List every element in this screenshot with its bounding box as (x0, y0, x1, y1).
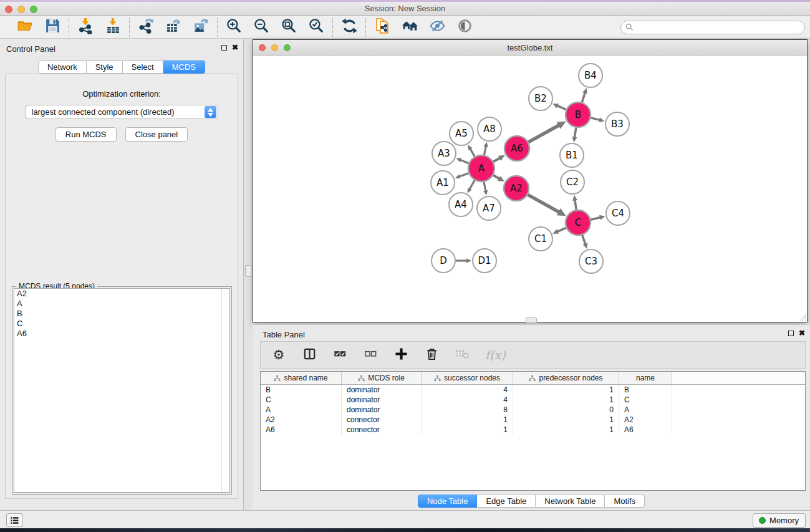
table-cell[interactable]: 1 (513, 415, 619, 425)
table-row[interactable]: A6connector11A6 (261, 425, 805, 435)
delete-column-button[interactable] (424, 346, 439, 364)
graph-edge-A-A1[interactable] (459, 173, 468, 177)
table-cell[interactable]: dominator (342, 395, 422, 405)
float-panel-icon[interactable] (221, 45, 227, 51)
table-cell[interactable]: 1 (422, 425, 513, 435)
tab-network-table[interactable]: Network Table (536, 495, 605, 508)
mcds-result-item[interactable]: A6 (14, 329, 229, 339)
graph-edge-A2-C[interactable] (528, 195, 559, 212)
table-cell[interactable]: C (619, 395, 672, 405)
mcds-result-item[interactable]: A (14, 299, 229, 309)
mcds-result-list[interactable]: A2ABCA6 (14, 288, 230, 493)
run-mcds-button[interactable]: Run MCDS (55, 127, 117, 142)
graph-edge-A-A7[interactable] (484, 182, 486, 191)
graph-edge-A-A5[interactable] (470, 148, 475, 157)
graph-edge-B-B1[interactable] (574, 128, 576, 138)
graph-edge-B-B3[interactable] (591, 118, 600, 120)
table-row[interactable]: A2connector11A2 (261, 415, 805, 425)
memory-button[interactable]: Memory (753, 513, 806, 528)
close-panel-icon[interactable]: ✖ (232, 44, 238, 51)
task-history-button[interactable] (6, 513, 23, 527)
table-cell[interactable]: dominator (342, 385, 422, 395)
column-header-MCDS-role[interactable]: MCDS role (342, 372, 422, 384)
vertical-splitter-handle[interactable] (245, 265, 251, 277)
graph-edge-C-C2[interactable] (575, 200, 576, 210)
select-all-button[interactable] (332, 346, 347, 364)
table-cell[interactable]: C (261, 395, 342, 405)
table-cell[interactable]: 1 (513, 385, 619, 395)
deselect-all-button[interactable] (363, 346, 378, 364)
result-list-scrollbar[interactable] (221, 289, 229, 492)
table-cell[interactable]: 0 (513, 405, 619, 415)
network-window-titlebar[interactable]: testGlobe.txt (253, 40, 807, 56)
tab-motifs[interactable]: Motifs (605, 495, 645, 508)
horizontal-splitter-handle[interactable] (526, 317, 537, 323)
table-cell[interactable]: connector (342, 425, 422, 435)
tab-style[interactable]: Style (87, 60, 123, 74)
zoom-in-button[interactable] (223, 18, 244, 37)
graph-edge-C-C1[interactable] (557, 228, 566, 231)
tab-network[interactable]: Network (38, 60, 87, 74)
table-cell[interactable]: connector (342, 415, 422, 425)
add-column-button[interactable] (393, 346, 408, 364)
table-cell[interactable]: A2 (261, 415, 342, 425)
graph-edge-C-C3[interactable] (582, 235, 586, 244)
graph-edge-C-C4[interactable] (591, 218, 600, 220)
hide-panel-button[interactable] (427, 18, 448, 37)
table-cell[interactable]: 8 (422, 405, 513, 415)
network-canvas[interactable]: ABCA2A6A1A3A4A5A7A8B1B2B3B4C1C2C3C4DD1 (253, 56, 807, 322)
table-row[interactable]: Adominator80A (261, 405, 805, 415)
resize-grip-icon[interactable] (798, 312, 806, 321)
open-file-button[interactable] (14, 18, 36, 37)
table-cell[interactable]: 1 (422, 415, 513, 425)
refresh-layout-button[interactable] (339, 18, 360, 37)
table-cell[interactable]: A6 (619, 425, 672, 435)
criterion-select[interactable]: largest connected component (directed) (26, 105, 218, 119)
close-panel-button[interactable]: Close panel (125, 127, 188, 142)
tab-node-table[interactable]: Node Table (418, 495, 478, 508)
table-settings-button[interactable]: ⚙ (271, 346, 286, 364)
graph-edge-B-B4[interactable] (582, 92, 585, 102)
table-cell[interactable]: A (261, 405, 342, 415)
table-cell[interactable]: A6 (261, 425, 342, 435)
home-button[interactable] (399, 18, 420, 37)
table-cell[interactable]: A2 (619, 415, 672, 425)
table-cell[interactable]: 1 (513, 425, 619, 435)
network-graph[interactable]: ABCA2A6A1A3A4A5A7A8B1B2B3B4C1C2C3C4DD1 (253, 56, 807, 321)
zoom-selected-button[interactable] (306, 18, 327, 37)
graph-edge-B-B2[interactable] (557, 105, 566, 109)
table-cell[interactable]: 4 (422, 395, 513, 405)
zoom-fit-button[interactable] (278, 18, 299, 37)
table-row[interactable]: Cdominator41C (261, 395, 805, 405)
search-field[interactable] (620, 21, 805, 34)
table-cell[interactable]: B (619, 385, 672, 395)
import-table-button[interactable] (102, 18, 123, 37)
graph-edge-A-A6[interactable] (493, 158, 500, 162)
table-cell[interactable]: dominator (342, 405, 422, 415)
graph-edge-A6-B[interactable] (528, 125, 559, 142)
table-row[interactable]: Bdominator41B (261, 385, 805, 395)
export-network-button[interactable] (135, 18, 157, 37)
network-snapshot-button[interactable] (372, 18, 393, 37)
node-table[interactable]: shared nameMCDS rolesuccessor nodesprede… (260, 371, 806, 491)
save-session-button[interactable] (42, 18, 63, 37)
table-cell[interactable]: 4 (422, 385, 513, 395)
column-visibility-button[interactable] (302, 346, 317, 364)
mcds-result-item[interactable]: C (14, 319, 229, 329)
search-input[interactable] (634, 22, 804, 33)
show-panel-button[interactable] (454, 18, 475, 37)
export-image-button[interactable] (190, 18, 211, 37)
column-header-successor-nodes[interactable]: successor nodes (422, 372, 513, 384)
import-network-button[interactable] (75, 18, 96, 37)
table-cell[interactable]: 1 (513, 395, 619, 405)
graph-edge-A-A2[interactable] (493, 175, 499, 179)
mcds-result-item[interactable]: B (14, 309, 229, 319)
column-header-predecessor-nodes[interactable]: predecessor nodes (513, 372, 619, 384)
mcds-result-item[interactable]: A2 (14, 289, 229, 299)
export-table-button[interactable] (163, 18, 184, 37)
close-table-panel-icon[interactable]: ✖ (799, 330, 805, 336)
table-cell[interactable]: A (619, 405, 672, 415)
graph-edge-A-A3[interactable] (460, 160, 469, 163)
zoom-out-button[interactable] (251, 18, 272, 37)
table-cell[interactable]: B (261, 385, 342, 395)
